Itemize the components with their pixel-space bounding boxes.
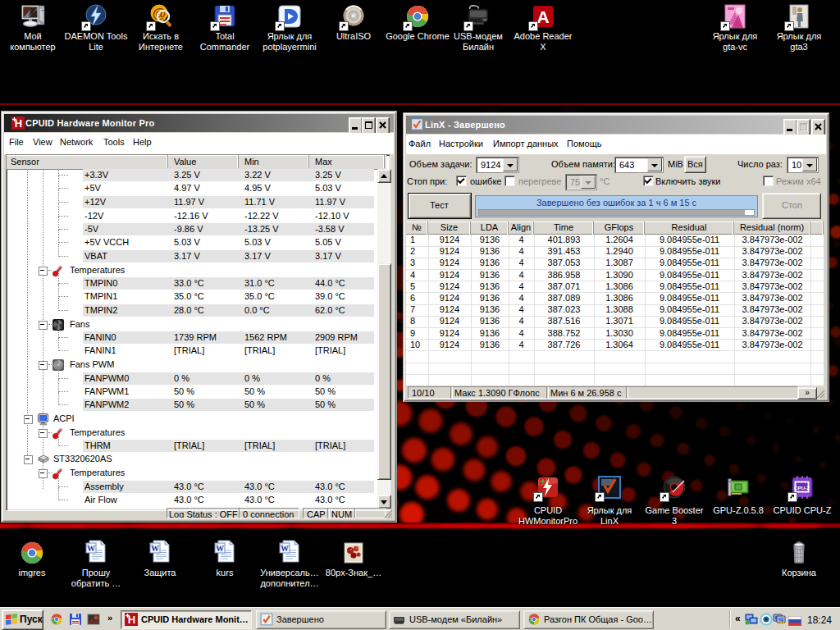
svg-text:CPU-Z: CPU-Z [794, 485, 810, 491]
svg-text:A: A [536, 7, 549, 26]
